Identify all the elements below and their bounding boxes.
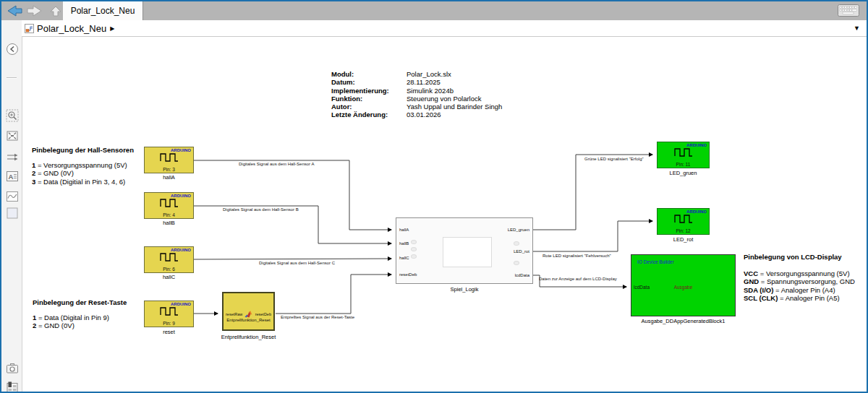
signal-label: Digitales Signal aus dem Hall-Sensor C	[259, 261, 335, 265]
block-hallA[interactable]: ARDUINO Pin: 3	[144, 147, 194, 173]
block-name: reset	[144, 329, 194, 335]
output-port-label: LED_rot	[514, 249, 529, 254]
block-name: Ausgabe_DDAppGeneratedBlock1	[631, 318, 736, 324]
dropdown-arrow-icon[interactable]: ▼	[854, 25, 860, 32]
breadcrumb[interactable]: Polar_Lock_Neu	[37, 23, 106, 34]
area-box-button[interactable]	[5, 206, 20, 220]
annotation-button[interactable]: A	[5, 169, 20, 183]
subsystem-preview	[443, 237, 492, 267]
signal-label: Daten zur Anzeige auf dem LCD-Display	[539, 277, 617, 281]
wire-hallC	[194, 259, 391, 259]
image-button[interactable]	[5, 189, 20, 204]
library-button[interactable]	[5, 380, 20, 393]
square-wave-icon	[159, 197, 179, 207]
square-wave-icon	[159, 152, 179, 162]
tab-label: Polar_Lock_Neu	[71, 6, 135, 16]
forward-arrow-icon	[26, 4, 43, 17]
block-name: hallA	[144, 174, 194, 181]
square-wave-icon	[159, 251, 179, 262]
signal-label: Grüne LED signalisiert "Erfolg"	[584, 157, 644, 161]
signal-label: Digitales Signal aus dem Hall-Sensor B	[223, 207, 299, 212]
wire-led-gruen	[533, 155, 652, 230]
left-toolbar: A »	[1, 20, 22, 392]
block-name: hallC	[144, 274, 194, 280]
input-port-label: hallB	[399, 241, 409, 246]
block-entprellfunktion-reset[interactable]: resetRaw resetDeb Entprellfunktion_Reset	[222, 292, 275, 331]
route-signals-button[interactable]	[5, 150, 20, 165]
back-button[interactable]	[6, 4, 23, 18]
screenshot-button[interactable]	[5, 361, 20, 376]
input-port-label: resetDeb	[399, 272, 417, 277]
signal-label: Entprelltes Signal aus der Reset-Taste	[281, 315, 354, 319]
block-ausgabe[interactable]: IO Device Builder lcdData Ausgabe	[631, 254, 736, 316]
block-led-gruen[interactable]: ARDUINO Pin: 11	[657, 142, 710, 168]
input-port-label: hallA	[399, 228, 409, 232]
block-name: hallB	[144, 220, 194, 226]
block-hallB[interactable]: ARDUINO Pin: 4	[144, 192, 194, 219]
square-wave-icon	[673, 213, 694, 223]
port-circle	[411, 254, 417, 259]
block-spiel-logik[interactable]: hallA hallB hallC resetDeb LED_gruen LED…	[396, 217, 533, 284]
pin-label: Pin: 4	[145, 212, 193, 217]
wire-hallA	[194, 160, 391, 230]
pin-label: Pin: 3	[145, 167, 193, 172]
block-inner-label: Entprellfunktion_Reset	[224, 318, 273, 322]
port-circle	[411, 247, 417, 251]
reset-pinout-annotation: Pinbelegung der Reset-Taste 1 = Data (Di…	[33, 298, 127, 330]
block-reset[interactable]: ARDUINO Pin: 9	[144, 301, 194, 327]
signal-wires[interactable]	[0, 0, 868, 393]
block-name: Spiel_Logik	[396, 286, 533, 293]
breadcrumb-caret-icon: ▶	[110, 25, 114, 32]
model-icon	[25, 24, 34, 33]
block-name: LED_gruen	[657, 170, 710, 176]
library-icon	[6, 381, 19, 393]
circle-arrow-icon	[6, 43, 19, 56]
tab-bar: Polar_Lock_Neu	[1, 1, 867, 20]
block-led-rot[interactable]: ARDUINO Pin: 12	[657, 208, 710, 235]
area-box-icon	[6, 207, 19, 220]
camera-icon	[6, 362, 19, 375]
block-name: LED_rot	[657, 236, 710, 243]
up-button[interactable]	[47, 4, 64, 18]
pin-label: Pin: 11	[658, 162, 709, 167]
tab-polar-lock-neu[interactable]: Polar_Lock_Neu	[63, 1, 143, 20]
forward-button[interactable]	[26, 4, 43, 18]
matlab-logo-icon	[244, 311, 252, 318]
fit-to-view-button[interactable]	[5, 129, 20, 143]
square-wave-icon	[673, 147, 694, 157]
port-label-out: resetDeb	[255, 312, 271, 316]
model-info-annotation: Modul:Polar_Lock.slx Datum:28.11.2025 Im…	[331, 70, 502, 119]
fit-to-view-icon	[6, 129, 19, 142]
output-port-label: lcdData	[515, 273, 529, 277]
port-circle	[514, 261, 519, 265]
wire-led-rot	[533, 221, 652, 251]
pin-label: Pin: 12	[658, 228, 709, 233]
lcd-pinout-annotation: Pinbelegung von LCD-Display VCC = Versor…	[744, 253, 855, 303]
input-port-label: hallC	[399, 256, 409, 260]
block-center-label: Ausgabe	[631, 285, 735, 290]
keyboard-icon[interactable]	[838, 4, 859, 17]
breadcrumb-bar: Polar_Lock_Neu ▶ ▼	[22, 20, 867, 37]
double-arrow-icon	[6, 151, 19, 164]
signal-label: Rote LED signalisiert "Fehlversuch"	[542, 254, 611, 258]
port-label-in: resetRaw	[226, 312, 242, 316]
wire-resetDeb	[276, 275, 391, 314]
zoom-icon	[6, 109, 19, 122]
pin-label: Pin: 6	[145, 267, 193, 272]
block-name: Entprellfunktion_Reset	[208, 334, 289, 340]
block-hallC[interactable]: ARDUINO Pin: 6	[144, 246, 194, 273]
zoom-button[interactable]	[5, 108, 20, 123]
hide-explorer-button[interactable]	[5, 42, 20, 56]
output-port-label: LED_gruen	[508, 228, 529, 232]
pin-label: Pin: 9	[145, 321, 193, 326]
image-icon	[6, 190, 19, 203]
port-circle	[411, 240, 417, 244]
signal-label: Digitales Signal aus dem Hall-Sensor A	[239, 162, 314, 166]
io-device-builder-label: IO Device Builder	[637, 259, 674, 264]
back-arrow-icon	[6, 4, 23, 17]
up-arrow-icon	[47, 4, 64, 17]
toolbar-divider	[7, 77, 17, 79]
square-wave-icon	[159, 306, 179, 316]
svg-text:A: A	[9, 173, 14, 181]
annotation-icon: A	[6, 170, 19, 183]
